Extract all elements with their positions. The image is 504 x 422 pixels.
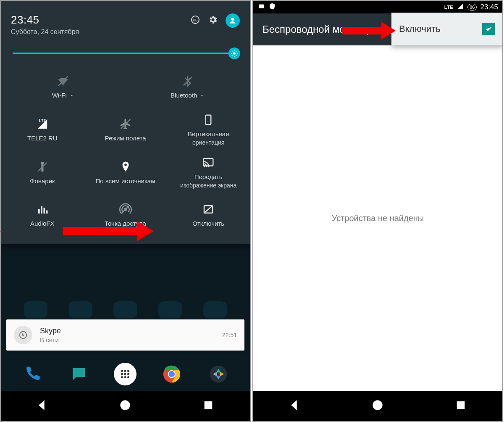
quick-settings-shade: 23:45 Суббота, 24 сентября 86 <box>1 1 250 244</box>
camera-app-icon[interactable] <box>207 363 230 385</box>
qs-tile-cellular[interactable]: LTE TELE2 RU <box>1 108 84 151</box>
notification-time: 22:51 <box>222 332 237 338</box>
chevron-down-icon <box>69 92 74 100</box>
phone-quick-settings: 23:45 Суббота, 24 сентября 86 <box>0 0 251 422</box>
notification-skype[interactable]: Skype В сети 22:51 <box>6 319 244 351</box>
svg-line-10 <box>232 55 233 56</box>
empty-state-text: Устройства не найдены <box>332 214 424 223</box>
svg-rect-22 <box>46 211 48 214</box>
svg-rect-19 <box>38 209 40 214</box>
qs-label: AudioFX <box>30 220 55 228</box>
svg-text:86: 86 <box>193 18 197 22</box>
device-list-empty: Устройства не найдены <box>253 45 502 391</box>
qs-tile-audiofx[interactable]: AudioFX <box>1 195 84 237</box>
location-icon <box>119 161 132 173</box>
qs-tile-cast[interactable]: Передатьизображение экрана <box>167 151 250 194</box>
app-drawer-icon[interactable] <box>114 363 136 385</box>
svg-line-8 <box>232 51 233 52</box>
qs-label: Отключить <box>192 220 224 228</box>
screenshot-icon <box>257 3 265 12</box>
svg-point-3 <box>233 52 236 55</box>
notification-text: В сети <box>40 336 222 343</box>
nav-back-icon[interactable] <box>289 399 301 413</box>
qs-tile-bluetooth[interactable]: Bluetooth <box>126 66 250 108</box>
clock-time: 23:45 <box>11 13 79 26</box>
qs-label: Фонарик <box>30 177 55 185</box>
qs-tile-rotation[interactable]: Вертикальнаяориентация <box>167 108 250 151</box>
svg-point-32 <box>124 373 126 375</box>
svg-rect-43 <box>259 5 264 8</box>
svg-point-36 <box>127 376 129 378</box>
svg-point-35 <box>124 376 126 378</box>
page-title: Беспроводной монитор <box>262 24 372 35</box>
svg-point-29 <box>124 370 126 372</box>
svg-point-30 <box>127 370 129 372</box>
shade-header: 23:45 Суббота, 24 сентября 86 <box>1 1 250 42</box>
qs-label: TELE2 RU <box>27 135 58 142</box>
qs-label: По всем источникам <box>95 177 155 185</box>
clock-date: Суббота, 24 сентября <box>11 28 79 36</box>
portrait-icon <box>202 113 215 126</box>
notification-title: Skype <box>40 327 222 335</box>
brightness-slider[interactable] <box>1 42 250 65</box>
signal-lte-icon: LTE <box>36 118 49 130</box>
home-dock <box>1 357 250 391</box>
qs-label: Bluetooth <box>171 92 197 99</box>
skype-icon <box>14 326 32 344</box>
network-type-label: LTE <box>444 5 453 10</box>
messages-app-icon[interactable] <box>68 363 90 385</box>
qs-tile-flashlight[interactable]: Фонарик <box>1 151 84 194</box>
svg-point-31 <box>121 373 123 375</box>
user-avatar-icon[interactable] <box>226 13 240 28</box>
svg-point-2 <box>231 18 234 21</box>
nav-bar <box>1 391 250 421</box>
qs-tile-hotspot[interactable]: Точка доступа <box>84 195 167 237</box>
qs-tile-location[interactable]: По всем источникам <box>84 151 167 194</box>
equalizer-icon <box>36 203 49 216</box>
qs-label: Точка доступа <box>105 220 146 228</box>
svg-line-26 <box>204 206 213 213</box>
battery-percent-badge: 86 <box>467 4 477 11</box>
svg-line-9 <box>236 55 237 56</box>
qs-label: Wi-Fi <box>52 92 67 99</box>
svg-point-33 <box>127 373 129 375</box>
battery-saver-icon[interactable]: 86 <box>190 15 200 26</box>
qs-tile-wifi[interactable]: Wi-Fi <box>1 66 126 108</box>
nav-home-icon[interactable] <box>372 399 383 413</box>
chrome-app-icon[interactable] <box>160 363 183 385</box>
svg-rect-45 <box>457 402 464 409</box>
svg-rect-20 <box>41 206 42 214</box>
nav-recents-icon[interactable] <box>455 399 467 413</box>
qs-label: Вертикальнаяориентация <box>188 130 229 146</box>
brightness-thumb-icon[interactable] <box>228 47 240 59</box>
svg-rect-42 <box>205 402 212 409</box>
nav-bar <box>253 391 502 421</box>
phone-app-icon[interactable] <box>21 363 44 385</box>
status-bar: LTE 86 23:45 <box>253 1 502 13</box>
nav-back-icon[interactable] <box>37 399 48 413</box>
chevron-down-icon <box>200 92 205 100</box>
status-time: 23:45 <box>480 3 498 11</box>
svg-point-41 <box>121 401 130 410</box>
svg-point-28 <box>121 370 123 372</box>
hotspot-icon <box>119 203 132 216</box>
enable-checkbox[interactable] <box>482 23 495 35</box>
nav-recents-icon[interactable] <box>202 399 214 413</box>
svg-point-34 <box>121 376 123 378</box>
svg-point-40 <box>210 366 227 382</box>
screen-off-icon <box>202 203 215 216</box>
flashlight-icon <box>36 161 49 173</box>
cast-icon <box>202 156 215 169</box>
quick-settings-grid: Wi-Fi Bluetooth LTE TELE2 RU Режим полет… <box>1 65 250 244</box>
settings-icon[interactable] <box>208 15 218 26</box>
phone-wireless-display: LTE 86 23:45 Беспроводной монитор Включи… <box>252 0 503 422</box>
svg-point-44 <box>373 401 382 410</box>
home-screen-peek <box>1 300 250 319</box>
enable-toggle-panel[interactable]: Включить <box>391 13 503 45</box>
qs-tile-screen-off[interactable]: Отключить <box>167 195 250 237</box>
qs-tile-airplane[interactable]: Режим полета <box>84 108 167 151</box>
signal-icon <box>457 3 464 12</box>
annotation-arrow-small: → <box>0 228 5 235</box>
nav-home-icon[interactable] <box>119 399 131 413</box>
svg-text:LTE: LTE <box>39 119 46 123</box>
